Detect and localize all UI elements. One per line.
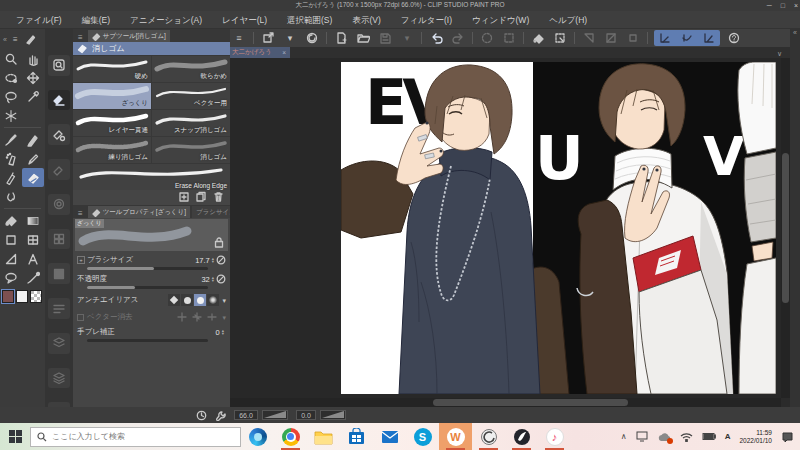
menu-filter[interactable]: フィルター(I)	[391, 11, 462, 29]
tool-palette-menu-icon[interactable]: ≡	[13, 35, 18, 44]
snap-grid-icon[interactable]	[701, 31, 717, 45]
tool-figure[interactable]	[0, 230, 22, 249]
tray-clock[interactable]: 11:59 2022/01/10	[739, 429, 772, 445]
new-file-button[interactable]	[333, 31, 349, 45]
taskbar-explorer[interactable]	[307, 423, 340, 450]
antialias-expand-icon[interactable]: ▾	[222, 297, 226, 304]
collapse-tools-icon[interactable]: «	[3, 36, 7, 43]
dock-color-set-icon[interactable]	[48, 229, 70, 250]
stabilize-stepper[interactable]: ▴▾	[222, 329, 224, 336]
subtool-panel-menu-icon[interactable]: ≡	[75, 33, 86, 42]
subtool-item-selected[interactable]: ざっくり	[73, 83, 151, 109]
close-button[interactable]: ×	[794, 2, 798, 9]
vector-erase-checkbox[interactable]	[77, 314, 84, 321]
menu-edit[interactable]: 編集(E)	[72, 11, 120, 29]
dock-tool-property-icon[interactable]	[48, 124, 70, 145]
stabilize-slider[interactable]	[87, 339, 208, 342]
taskbar-itunes[interactable]: ♪	[538, 423, 571, 450]
tool-pencil[interactable]	[22, 149, 44, 168]
tray-display-icon[interactable]	[636, 431, 648, 442]
subtool-group-header[interactable]: 消しゴム	[73, 42, 230, 55]
taskbar-store[interactable]	[340, 423, 373, 450]
tool-marker[interactable]	[0, 168, 22, 187]
opacity-slider[interactable]	[87, 286, 208, 289]
dock-brush-size-icon[interactable]	[48, 159, 70, 180]
add-subtool-icon[interactable]	[179, 191, 190, 202]
snap-special-ruler-icon[interactable]	[679, 31, 695, 45]
dock-layers-icon[interactable]	[48, 368, 70, 389]
menu-layer[interactable]: レイヤー(L)	[212, 11, 277, 29]
tool-correct-line[interactable]	[22, 268, 44, 287]
sub-color-swatch[interactable]	[16, 290, 28, 303]
dock-color-mix-icon[interactable]	[48, 263, 70, 284]
dock-color-wheel-icon[interactable]	[48, 194, 70, 215]
taskbar-active-app[interactable]: W	[439, 423, 472, 450]
clip-studio-icon[interactable]	[304, 31, 320, 45]
tool-eraser[interactable]	[22, 168, 44, 187]
taskbar-clip-studio-paint[interactable]	[505, 423, 538, 450]
command-bar-menu-button[interactable]: ≡	[231, 31, 247, 45]
horizontal-scrollbar[interactable]	[228, 398, 781, 407]
duplicate-subtool-icon[interactable]	[196, 191, 207, 202]
menu-animation[interactable]: アニメーション(A)	[120, 11, 212, 29]
brush-size-source-icon[interactable]	[216, 255, 226, 265]
rotation-value[interactable]: 0.0	[296, 410, 316, 420]
brush-size-dynamics-icon[interactable]: +	[77, 256, 85, 264]
minimize-button[interactable]: ─	[767, 2, 772, 9]
transparent-color-swatch[interactable]	[30, 290, 42, 303]
menu-selection[interactable]: 選択範囲(S)	[277, 11, 342, 29]
canvas-artwork[interactable]: EV U V	[341, 62, 776, 394]
gradient-map-icon[interactable]	[603, 31, 619, 45]
dock-layer-property-icon[interactable]	[48, 298, 70, 319]
vertical-scrollbar-thumb[interactable]	[782, 153, 789, 303]
tool-fill[interactable]	[0, 211, 22, 230]
tool-property-menu-icon[interactable]: ≡	[75, 209, 86, 218]
taskbar-mail[interactable]	[373, 423, 406, 450]
delete-icon[interactable]	[479, 31, 495, 45]
tool-brush[interactable]	[0, 130, 22, 149]
antialias-weak-button[interactable]	[181, 294, 193, 306]
time-lapse-icon[interactable]	[196, 410, 207, 421]
opacity-stepper[interactable]: ▴▾	[212, 276, 214, 283]
search-input[interactable]	[52, 432, 212, 441]
subtool-item[interactable]: 練り消しゴム	[73, 137, 151, 163]
delete-subtool-icon[interactable]	[213, 191, 224, 202]
subtool-item[interactable]: Erase Along Edge	[73, 164, 230, 190]
lock-icon[interactable]	[214, 236, 224, 248]
horizontal-scrollbar-thumb[interactable]	[433, 399, 628, 406]
canvas-tab-close-icon[interactable]: ×	[282, 49, 286, 56]
subtool-panel-tab[interactable]: サブツール[消しゴム]	[88, 30, 170, 42]
canvas-viewport[interactable]: EV U V	[228, 58, 781, 398]
tray-wifi-icon[interactable]	[680, 432, 693, 442]
save-button[interactable]	[377, 31, 393, 45]
undo-button[interactable]	[428, 31, 444, 45]
save-dropdown-icon[interactable]: ▾	[399, 31, 415, 45]
subtool-item[interactable]: ベクター用	[152, 83, 230, 109]
tool-pen[interactable]	[22, 130, 44, 149]
brush-size-slider[interactable]	[87, 267, 208, 270]
tool-move-layer[interactable]	[22, 68, 44, 87]
dock-layer-search-icon[interactable]	[48, 333, 70, 354]
action-center-icon[interactable]	[781, 431, 794, 443]
subtool-item[interactable]: レイヤー貫通	[73, 110, 151, 136]
selection-launcher-icon[interactable]	[552, 31, 568, 45]
antialias-strong-button[interactable]	[207, 294, 219, 306]
taskbar-edge[interactable]	[241, 423, 274, 450]
rotation-slider[interactable]	[320, 410, 346, 420]
subtool-item[interactable]: 硬め	[73, 56, 151, 82]
opacity-source-icon[interactable]	[216, 274, 226, 284]
canvas-tab[interactable]: 大二かげろう ×	[228, 47, 290, 58]
open-file-button[interactable]	[355, 31, 371, 45]
launcher-dropdown-icon[interactable]: ▾	[282, 31, 298, 45]
taskbar-clip-studio[interactable]	[472, 423, 505, 450]
antialias-middle-button[interactable]	[194, 294, 206, 306]
menu-window[interactable]: ウィンドウ(W)	[462, 11, 539, 29]
frame-border-icon[interactable]	[625, 31, 641, 45]
brush-size-tab[interactable]: ブラシサイズ[ざっくり]	[192, 206, 230, 218]
expand-right-dock-icon[interactable]: «	[793, 29, 797, 36]
menu-view[interactable]: 表示(V)	[342, 11, 390, 29]
tool-airbrush[interactable]	[0, 149, 22, 168]
flip-canvas-icon[interactable]	[581, 31, 597, 45]
zoom-value[interactable]: 66.0	[234, 410, 258, 420]
wrench-icon[interactable]	[215, 410, 226, 421]
